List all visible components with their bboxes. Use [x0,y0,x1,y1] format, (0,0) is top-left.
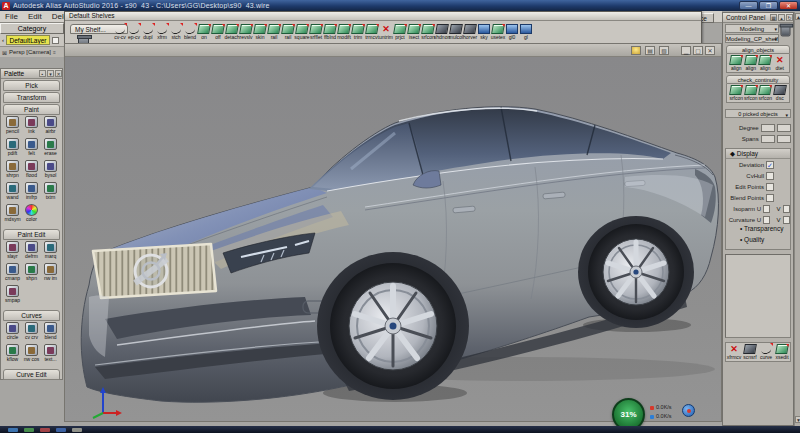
viewport-panel-b-icon[interactable]: ▧ [659,46,669,55]
palette-tool-flood[interactable]: flood [22,160,41,182]
palette-tab-paint[interactable]: Paint [3,104,60,115]
shelf-tool-blend[interactable]: blend [183,24,197,40]
taskbar[interactable] [0,426,800,433]
viewport-collapse-button[interactable]: ▁ [681,46,691,55]
cp-tool-align[interactable]: align [744,55,759,71]
palette-pin-icon[interactable]: ▪ [39,70,46,77]
palette-tool-nw-cos[interactable]: nw cos [22,344,41,366]
shelf-tool-usetex[interactable]: usetex [491,24,505,40]
v-checkbox[interactable] [783,205,791,213]
spans-field-u[interactable] [761,135,775,143]
shelf-tool-off[interactable]: off [211,24,225,40]
shelf-tool-stch[interactable]: stch [169,24,183,40]
taskbar-item[interactable] [72,428,82,432]
camera-toggle-icon[interactable]: ⊠ [0,49,9,56]
layer-visibility-checkbox[interactable] [52,37,59,44]
shelf-tool-rail[interactable]: rail [281,24,295,40]
menu-edit[interactable]: Edit [23,12,47,21]
palette-tool-cv-crv[interactable]: cv crv [22,322,41,344]
titlebar[interactable]: A Autodesk Alias AutoStudio 2016 - s90_4… [0,0,800,11]
shelf-tool-horver[interactable]: horver [463,24,477,40]
shelf-tool-ep-cv[interactable]: ep-cv [127,24,141,40]
palette-tool-cmanp[interactable]: cmanp [3,263,22,285]
render-area[interactable] [65,57,721,421]
shelf-tool-gl[interactable]: gl [519,24,533,40]
palette-tool-airbr[interactable]: airbr [41,116,60,138]
display-bullet-quality[interactable]: • Quality [726,236,790,247]
cp-tool-srfcon[interactable]: srfcon [744,85,759,101]
shelf-tool-dupl[interactable]: dupl [141,24,155,40]
palette-tool-text-[interactable]: text... [41,344,60,366]
shelf-tool-square[interactable]: square [295,24,309,40]
palette-tool-pdift[interactable]: pdift [3,138,22,160]
blend-points-checkbox[interactable] [766,194,774,202]
shelf-tool-mulcol[interactable]: mulcol [449,24,463,40]
palette-close-icon[interactable]: ✕ [55,70,62,77]
cp-tool-dtet[interactable]: ✕dtet [773,55,788,71]
palette-tool-shrpn[interactable]: shrpn [3,160,22,182]
palette-collapse-icon[interactable]: ▾ [47,70,54,77]
palette-tab-paint-edit[interactable]: Paint Edit [3,229,60,240]
shelves-titlebar[interactable]: Default Shelves [65,12,701,21]
close-button[interactable]: ✕ [779,1,798,10]
layer-row[interactable]: ‹ DefaultLayer [0,34,64,46]
palette-tool-imfrp[interactable]: imfrp [22,182,41,204]
category-dropdown[interactable]: Category [0,23,64,34]
minimize-button[interactable]: — [739,1,758,10]
curvature-u-checkbox[interactable] [763,216,771,224]
isoparm-u-checkbox[interactable] [763,205,771,213]
v-checkbox[interactable] [783,216,791,224]
palette-tool-defrm[interactable]: defrm [22,241,41,263]
cp-tool-xsedit[interactable]: xsedit [775,344,790,360]
cp-tool-dsc[interactable]: dsc [773,85,788,101]
taskbar-item[interactable] [24,428,34,432]
edit-points-checkbox[interactable] [766,183,774,191]
palette-tool-smpap[interactable]: smpap [3,285,22,307]
palette-tool-pencil[interactable]: pencil [3,116,22,138]
cvhull-checkbox[interactable] [766,172,774,180]
viewport-maximize-button[interactable]: ▢ [693,46,703,55]
shelf-tool-rail[interactable]: rail [267,24,281,40]
menu-file[interactable]: File [0,12,23,21]
shelf-tool-shdnon[interactable]: shdnon [435,24,449,40]
palette-tool-erase[interactable]: erase [41,138,60,160]
shelf-tool-trim[interactable]: trim [351,24,365,40]
taskbar-item[interactable] [8,428,18,432]
cp-shelf-dropdown[interactable]: Modeling_CP_shelf▾ [725,34,779,43]
cp-tab-check_continuity[interactable]: check_continuity [726,75,790,84]
perspective-viewport[interactable]: ▤ ▧ ▁ ▢ ✕ [64,43,722,422]
palette-tool-txtrn[interactable]: txtrn [41,182,60,204]
cp-tool-scnsrf[interactable]: scnsrf [743,344,758,360]
taskbar-item[interactable] [56,428,66,432]
palette-tab-curve-edit[interactable]: Curve Edit [3,369,60,380]
palette-tool-wand[interactable]: wand [3,182,22,204]
palette-tool-marq[interactable]: marq [41,241,60,263]
palette-tool-shpn[interactable]: shpn [22,263,41,285]
cp-tool-srfcon[interactable]: srfcon [729,85,744,101]
cp-trash[interactable] [779,25,791,37]
palette-tab-pick[interactable]: Pick [3,80,60,91]
lightbulb-icon[interactable] [631,46,641,55]
cp-dock-icon[interactable]: ▦ [770,14,777,21]
shelf-tool-modift[interactable]: modift [337,24,351,40]
palette-tool-blend[interactable]: blend [41,322,60,344]
shelf-tool-isect[interactable]: isect [407,24,421,40]
shelf-tool-revslv[interactable]: revslv [239,24,253,40]
shelf-tool-skin[interactable]: skin [253,24,267,40]
palette-tool-slayr[interactable]: slayr [3,241,22,263]
cp-tool-xfrmcv[interactable]: ✕xfrmcv [727,344,742,360]
palette-tab-curves[interactable]: Curves [3,310,60,321]
shelf-tool-trmcvt[interactable]: trmcvt [365,24,379,40]
shelf-tool-sky[interactable]: sky [477,24,491,40]
modeling-dropdown[interactable]: Modeling▾ [725,24,779,33]
palette-tab-transform[interactable]: Transform [3,92,60,103]
camera-view-row[interactable]: ⊠ Persp [Camera] ≡ [0,46,64,57]
shelf-tool-untrim[interactable]: ✕untrim [379,24,393,40]
scroll-up-icon[interactable]: ▲ [795,13,800,20]
viewport-panel-a-icon[interactable]: ▤ [645,46,655,55]
shelf-tool-xfrm[interactable]: xfrm [155,24,169,40]
overlay-badge-icon[interactable] [682,404,695,417]
palette-tool-mdsym[interactable]: mdsym [3,204,22,226]
cp-tab-align_objects[interactable]: align_objects [726,45,790,54]
palette-tool-bysol[interactable]: bysol [41,160,60,182]
